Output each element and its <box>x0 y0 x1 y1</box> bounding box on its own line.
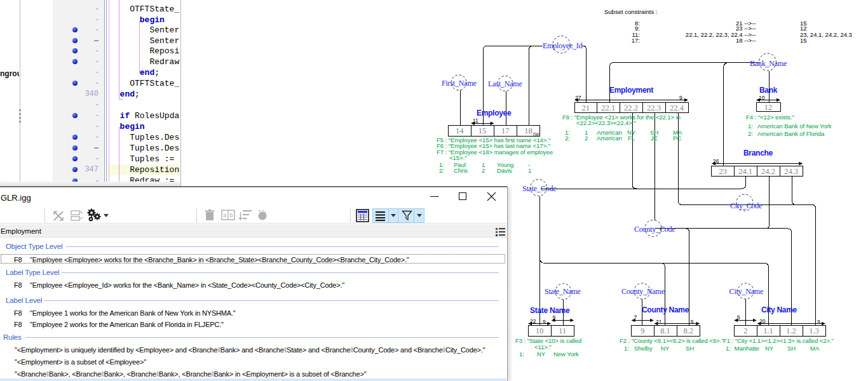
svg-text:County_Code: County_Code <box>634 225 675 234</box>
svg-text:State_Code: State_Code <box>522 184 556 193</box>
svg-text:11: 11 <box>559 326 566 335</box>
svg-text:20: 20 <box>759 318 766 324</box>
svg-text:Employee_Id: Employee_Id <box>543 41 583 50</box>
svg-text:23, 24.1, 24.2, 24.3: 23, 24.1, 24.2, 24.3 <box>800 31 852 38</box>
svg-text:15: 15 <box>800 37 807 44</box>
svg-text:1:: 1: <box>748 123 753 130</box>
svg-text:24.1: 24.1 <box>738 167 752 176</box>
svg-text:Branche: Branche <box>743 149 773 157</box>
svg-text:9: 9 <box>553 314 556 321</box>
svg-text:2:: 2: <box>565 135 570 142</box>
svg-text:City Name: City Name <box>761 305 797 314</box>
svg-text:22.1: 22.1 <box>601 104 615 112</box>
svg-text:7: 7 <box>634 314 637 321</box>
svg-text:SH: SH <box>787 345 796 352</box>
svg-text:City_Name: City_Name <box>729 287 764 296</box>
svg-text:22: 22 <box>530 318 536 324</box>
svg-text:Bank: Bank <box>759 86 778 95</box>
svg-text:17: 17 <box>501 126 510 135</box>
svg-text:Subset constraints :: Subset constraints : <box>604 8 657 15</box>
svg-text:<11>.": <11>." <box>534 344 552 351</box>
svg-text:SH: SH <box>686 345 694 352</box>
svg-text:New York: New York <box>553 351 579 358</box>
svg-text:22.4: 22.4 <box>670 104 684 112</box>
svg-text:9: 9 <box>641 326 644 335</box>
svg-text:24.2: 24.2 <box>761 167 775 176</box>
svg-text:24.3: 24.3 <box>784 167 798 176</box>
svg-text:2: 2 <box>585 135 588 142</box>
svg-text:County_Name: County_Name <box>621 287 665 296</box>
svg-text:Bank_Name: Bank_Name <box>750 59 787 68</box>
svg-text:15: 15 <box>478 126 487 135</box>
svg-text:a: a <box>224 212 227 218</box>
svg-text:Manhatte: Manhatte <box>735 345 759 352</box>
svg-text:22.3: 22.3 <box>647 104 661 112</box>
svg-text:Shelby: Shelby <box>634 345 653 352</box>
svg-text:1:: 1: <box>519 351 524 358</box>
svg-text:F4 : "<12> exists.": F4 : "<12> exists." <box>746 114 794 121</box>
svg-text:<22.2><22.3><22.4>.": <22.2><22.3><22.4>." <box>576 119 636 126</box>
svg-text:10: 10 <box>536 326 544 335</box>
svg-text:1:: 1: <box>624 345 629 352</box>
svg-text:Employment: Employment <box>609 86 653 95</box>
svg-text:23: 23 <box>719 167 727 176</box>
svg-text:b: b <box>230 212 233 218</box>
svg-text:1:: 1: <box>726 345 731 352</box>
svg-text:10: 10 <box>759 95 765 101</box>
svg-text:City_Code: City_Code <box>730 201 762 210</box>
svg-text:11: 11 <box>473 117 478 124</box>
svg-text:F2 : "County <8.1><8.2> is cal: F2 : "County <8.1><8.2> is called <9>." <box>620 337 723 344</box>
svg-text:1.2: 1.2 <box>786 326 796 335</box>
svg-text:8.1: 8.1 <box>660 326 670 335</box>
svg-text:American: American <box>597 135 622 142</box>
svg-text:NY: NY <box>661 345 670 352</box>
svg-text:Last_Name: Last_Name <box>488 79 522 88</box>
svg-text:12: 12 <box>764 103 773 112</box>
svg-text:22.2: 22.2 <box>624 104 638 112</box>
svg-text:21: 21 <box>656 319 662 325</box>
svg-text:1.3: 1.3 <box>809 326 819 335</box>
svg-text:2:: 2: <box>439 167 444 174</box>
svg-text:NY: NY <box>537 351 546 358</box>
svg-text:Davis: Davis <box>497 167 512 174</box>
svg-text:21: 21 <box>582 104 590 112</box>
svg-text:FL: FL <box>628 135 635 142</box>
svg-text:1: 1 <box>528 167 531 174</box>
svg-text:9: 9 <box>691 319 694 325</box>
svg-text:2: 2 <box>743 326 747 335</box>
svg-text:First_Name: First_Name <box>442 79 477 88</box>
svg-text:9: 9 <box>543 319 546 325</box>
svg-text:F1 : "City <1.1><1.2><1.3> is: F1 : "City <1.1><1.2><1.3> is called <2>… <box>723 337 834 344</box>
svg-text:JE: JE <box>651 135 658 142</box>
svg-text:County Name: County Name <box>642 305 689 314</box>
svg-text:MA: MA <box>810 345 820 352</box>
svg-text:17:: 17: <box>632 37 640 44</box>
svg-text:2:: 2: <box>748 130 753 137</box>
svg-text:American Bank of New York: American Bank of New York <box>757 123 832 130</box>
svg-text:<15>.": <15>." <box>449 154 466 161</box>
svg-text:NY: NY <box>765 345 774 352</box>
svg-text:Chris: Chris <box>454 167 468 174</box>
svg-text:1.1: 1.1 <box>763 326 773 335</box>
svg-text:26: 26 <box>713 158 719 164</box>
svg-text:14: 14 <box>456 126 464 135</box>
svg-text:27: 27 <box>575 95 581 101</box>
svg-text:18 -->--: 18 -->-- <box>736 37 756 44</box>
svg-text:State_Name: State_Name <box>545 287 581 296</box>
svg-text:Employee: Employee <box>477 109 512 117</box>
svg-text:ne: ne <box>533 131 539 137</box>
svg-text:5: 5 <box>737 314 740 321</box>
svg-text:State Name: State Name <box>530 306 570 315</box>
svg-text:2: 2 <box>482 167 485 174</box>
svg-text:American Bank of Florida: American Bank of Florida <box>757 130 825 137</box>
svg-text:8.2: 8.2 <box>683 326 693 335</box>
svg-text:18: 18 <box>524 126 532 135</box>
svg-text:9: 9 <box>817 319 820 325</box>
svg-text:9: 9 <box>679 95 682 101</box>
svg-text:PC: PC <box>673 135 681 142</box>
